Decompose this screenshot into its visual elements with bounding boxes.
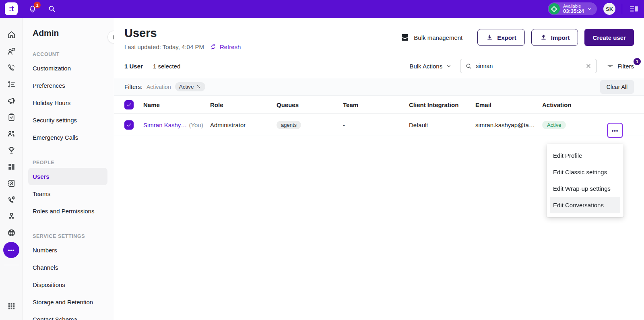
- status-available-icon: [549, 3, 560, 14]
- sidebar-item-storage-retention[interactable]: Storage and Retention: [23, 293, 114, 311]
- filter-category-label: Activation: [147, 84, 171, 90]
- filters-bar-label: Filters:: [124, 83, 142, 90]
- notifications-button[interactable]: 1: [28, 4, 37, 13]
- search-input[interactable]: [476, 63, 585, 69]
- user-search-box[interactable]: [460, 59, 597, 73]
- download-icon: [486, 34, 493, 41]
- sidebar-item-teams[interactable]: Teams: [23, 185, 114, 202]
- count-divider: [148, 62, 148, 70]
- menu-item-edit-wrapup-settings[interactable]: Edit Wrap-up settings: [547, 180, 623, 197]
- section-label-people: PEOPLE: [23, 160, 114, 165]
- column-header-name[interactable]: Name: [143, 101, 210, 108]
- cell-role: Administrator: [210, 122, 277, 128]
- cell-client-integration: Default: [409, 122, 475, 128]
- sidebar-item-preferences[interactable]: Preferences: [23, 77, 114, 94]
- cell-team: -: [343, 122, 409, 128]
- sidebar-item-security-settings[interactable]: Security settings: [23, 111, 114, 129]
- import-button[interactable]: Import: [531, 29, 578, 46]
- agent-status-pill[interactable]: Available 03:35:24: [548, 2, 597, 15]
- header-divider: [470, 29, 470, 46]
- campaigns-icon[interactable]: [3, 93, 19, 109]
- more-apps-button[interactable]: •••: [3, 242, 19, 258]
- notification-badge: 1: [34, 2, 41, 8]
- you-label: (You): [189, 122, 203, 128]
- menu-item-edit-classic-settings[interactable]: Edit Classic settings: [547, 164, 623, 180]
- chevron-down-icon: [586, 6, 593, 12]
- voice-icon[interactable]: [3, 60, 19, 76]
- filter-icon: [607, 62, 614, 70]
- menu-item-edit-profile[interactable]: Edit Profile: [547, 147, 623, 164]
- column-header-activation[interactable]: Activation: [542, 101, 586, 108]
- workforce-icon[interactable]: [3, 126, 19, 142]
- clear-all-button[interactable]: Clear All: [600, 80, 634, 94]
- select-all-checkbox[interactable]: [124, 100, 134, 109]
- refresh-button[interactable]: Refresh: [210, 43, 241, 50]
- app-icon-rail: •••: [0, 18, 23, 320]
- table-header-row: Name Role Queues Team Client Integration…: [114, 96, 644, 114]
- menu-item-edit-conversations[interactable]: Edit Conversations: [550, 197, 620, 213]
- conversations-icon[interactable]: [3, 43, 19, 60]
- user-avatar[interactable]: SK: [603, 3, 615, 15]
- sidebar-title: Admin: [23, 28, 114, 38]
- search-icon: [465, 63, 472, 70]
- chevron-down-icon: [446, 63, 452, 69]
- selected-count: 1 selected: [153, 63, 180, 70]
- sidebar-item-holiday-hours[interactable]: Holiday Hours: [23, 94, 114, 111]
- admin-sidebar: Admin ACCOUNT Customization Preferences …: [23, 18, 114, 320]
- section-label-service-settings: SERVICE SETTINGS: [23, 233, 114, 239]
- network-icon[interactable]: [3, 225, 19, 241]
- upload-icon: [540, 34, 547, 41]
- routing-icon[interactable]: [3, 208, 19, 225]
- row-checkbox[interactable]: [124, 120, 134, 130]
- sidebar-item-channels[interactable]: Channels: [23, 259, 114, 276]
- last-updated-text: Last updated: Today, 4:04 PM: [124, 43, 204, 50]
- bulk-actions-dropdown[interactable]: Bulk Actions: [409, 63, 452, 70]
- status-timer: 03:35:24: [563, 8, 584, 14]
- app-launcher-icon[interactable]: [3, 298, 19, 314]
- sidebar-item-emergency-calls[interactable]: Emergency Calls: [23, 129, 114, 146]
- panel-toggle-icon[interactable]: [629, 4, 639, 14]
- performance-icon[interactable]: [3, 142, 19, 159]
- column-header-client-integration[interactable]: Client Integration: [409, 101, 475, 108]
- contacts-icon[interactable]: [3, 175, 19, 192]
- row-actions-menu: Edit Profile Edit Classic settings Edit …: [547, 144, 623, 217]
- user-name-link[interactable]: Simran Kashy…: [143, 122, 187, 128]
- dashboards-icon[interactable]: [3, 159, 19, 175]
- cell-email: simran.kashyap@ta…: [475, 122, 542, 128]
- column-header-team[interactable]: Team: [343, 101, 409, 108]
- sidebar-item-contact-schema[interactable]: Contact Schema: [23, 311, 114, 320]
- row-actions-button[interactable]: •••: [607, 123, 623, 138]
- activation-badge: Active: [542, 121, 566, 129]
- column-header-email[interactable]: Email: [475, 101, 542, 108]
- filter-chip-active[interactable]: Active: [175, 82, 206, 91]
- active-filters-bar: Filters: Activation Active Clear All: [114, 78, 644, 96]
- activity-icon[interactable]: [3, 76, 19, 93]
- sidebar-item-dispositions[interactable]: Dispositions: [23, 276, 114, 293]
- section-label-account: ACCOUNT: [23, 52, 114, 57]
- top-app-bar: :t 1 Available 03:35:24 SK: [0, 0, 644, 18]
- rail-divider: [4, 265, 19, 265]
- column-header-role[interactable]: Role: [210, 101, 277, 108]
- clear-search-icon[interactable]: [585, 63, 592, 69]
- remove-filter-icon: [196, 84, 201, 89]
- create-user-button[interactable]: Create user: [584, 29, 634, 46]
- sidebar-item-roles-permissions[interactable]: Roles and Permissions: [23, 202, 114, 220]
- search-icon: [47, 4, 56, 13]
- bulk-management-button[interactable]: Bulk management: [400, 33, 462, 42]
- column-header-queues[interactable]: Queues: [277, 101, 343, 108]
- refresh-icon: [210, 43, 217, 50]
- sidebar-item-users[interactable]: Users: [28, 168, 107, 185]
- talkdesk-logo[interactable]: :t: [5, 2, 18, 15]
- table-row[interactable]: Simran Kashy… (You) Administrator agents…: [114, 114, 644, 136]
- sidebar-item-numbers[interactable]: Numbers: [23, 242, 114, 259]
- quality-icon[interactable]: [3, 109, 19, 126]
- phone-settings-icon[interactable]: [3, 192, 19, 208]
- global-search-button[interactable]: [47, 4, 56, 13]
- topbar-divider: [622, 4, 622, 14]
- home-icon[interactable]: [3, 27, 19, 43]
- filters-toggle[interactable]: Filters 1: [607, 62, 634, 70]
- export-button[interactable]: Export: [477, 29, 525, 46]
- user-count: 1 User: [124, 63, 143, 70]
- queue-chip: agents: [277, 121, 301, 129]
- sidebar-item-customization[interactable]: Customization: [23, 60, 114, 77]
